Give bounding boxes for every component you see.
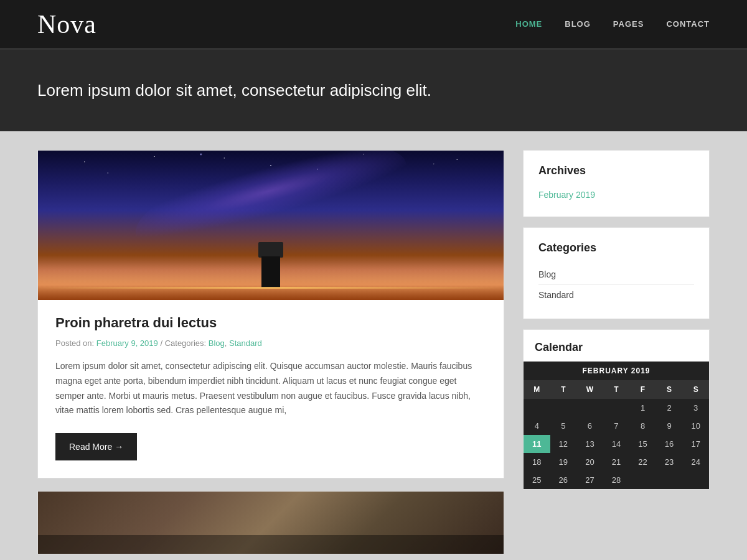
- calendar-cell[interactable]: 27: [576, 471, 603, 489]
- cal-header-s2: S: [682, 380, 709, 399]
- calendar-cell: [524, 399, 550, 417]
- nav-pages[interactable]: PAGES: [613, 19, 644, 29]
- archives-title: Archives: [538, 164, 694, 177]
- category-standard: Standard: [538, 285, 694, 305]
- nav-blog[interactable]: BLOG: [565, 19, 591, 29]
- post-title: Proin pharetra dui lectus: [55, 315, 486, 331]
- site-logo: Nova: [37, 9, 96, 39]
- calendar-row: 123: [524, 399, 709, 417]
- cal-header-t2: T: [603, 380, 630, 399]
- calendar-cell[interactable]: 12: [550, 435, 577, 453]
- calendar-body: 1234567891011121314151617181920212223242…: [524, 399, 709, 489]
- calendar-cell[interactable]: 28: [603, 471, 630, 489]
- calendar-cell: [603, 399, 630, 417]
- calendar-cell[interactable]: 20: [576, 453, 603, 471]
- read-more-button[interactable]: Read More →: [55, 433, 137, 460]
- calendar-cell[interactable]: 7: [603, 417, 630, 435]
- calendar-cell[interactable]: 9: [656, 417, 683, 435]
- main-container: Proin pharetra dui lectus Posted on: Feb…: [0, 131, 747, 560]
- calendar-row: 11121314151617: [524, 435, 709, 453]
- calendar-table: M T W T F S S 12345678910111213141516171…: [524, 380, 709, 489]
- tower-silhouette: [252, 238, 289, 287]
- hero-section: Lorem ipsum dolor sit amet, consectetur …: [0, 50, 747, 131]
- post-category-standard[interactable]: Standard: [229, 338, 262, 348]
- calendar-cell: [682, 471, 709, 489]
- calendar-cell[interactable]: 13: [576, 435, 603, 453]
- archives-widget: Archives February 2019: [523, 150, 710, 217]
- calendar-cell: [629, 471, 656, 489]
- cal-header-t1: T: [550, 380, 577, 399]
- calendar-cell[interactable]: 22: [629, 453, 656, 471]
- calendar-cell[interactable]: 17: [682, 435, 709, 453]
- calendar-cell[interactable]: 24: [682, 453, 709, 471]
- categories-widget: Categories Blog Standard: [523, 227, 710, 319]
- calendar-title: Calendar: [535, 341, 698, 354]
- post-category-blog[interactable]: Blog: [209, 338, 225, 348]
- cal-header-f: F: [629, 380, 656, 399]
- calendar-row: 45678910: [524, 417, 709, 435]
- calendar-cell: [656, 471, 683, 489]
- archives-feb-2019[interactable]: February 2019: [538, 187, 694, 203]
- cal-header-m: M: [524, 380, 550, 399]
- main-nav: HOME BLOG PAGES CONTACT: [515, 19, 710, 29]
- post-card-1: Proin pharetra dui lectus Posted on: Feb…: [37, 150, 504, 478]
- cal-header-s1: S: [656, 380, 683, 399]
- post-image-1: [38, 151, 504, 300]
- calendar-row: 25262728: [524, 471, 709, 489]
- categories-title: Categories: [538, 241, 694, 254]
- site-header: Nova HOME BLOG PAGES CONTACT: [0, 0, 747, 50]
- calendar-row: 18192021222324: [524, 453, 709, 471]
- hero-tagline: Lorem ipsum dolor sit amet, consectetur …: [37, 81, 710, 100]
- post-body: Proin pharetra dui lectus Posted on: Feb…: [38, 300, 504, 478]
- tower-body: [261, 256, 280, 287]
- nav-home[interactable]: HOME: [515, 19, 542, 29]
- calendar-cell[interactable]: 4: [524, 417, 550, 435]
- tower-top: [258, 242, 283, 258]
- sidebar: Archives February 2019 Categories Blog S…: [523, 150, 710, 554]
- calendar-cell[interactable]: 5: [550, 417, 577, 435]
- post-image-2: [38, 492, 504, 554]
- calendar-cell[interactable]: 23: [656, 453, 683, 471]
- calendar-cell[interactable]: 16: [656, 435, 683, 453]
- content-area: Proin pharetra dui lectus Posted on: Feb…: [37, 150, 504, 554]
- calendar-cell[interactable]: 2: [656, 399, 683, 417]
- category-blog: Blog: [538, 264, 694, 285]
- cal-header-w: W: [576, 380, 603, 399]
- calendar-cell[interactable]: 6: [576, 417, 603, 435]
- calendar-cell[interactable]: 26: [550, 471, 577, 489]
- calendar-header-row: M T W T F S S: [524, 380, 709, 399]
- calendar-cell: [550, 399, 577, 417]
- calendar-cell[interactable]: 1: [629, 399, 656, 417]
- calendar-cell[interactable]: 21: [603, 453, 630, 471]
- calendar-month-label: FEBRUARY 2019: [524, 362, 709, 380]
- post-card-2: [37, 491, 504, 554]
- calendar-cell: [576, 399, 603, 417]
- cat-separator: ,: [225, 338, 229, 348]
- calendar-widget: Calendar FEBRUARY 2019 M T W T F S S 12: [523, 329, 710, 490]
- calendar-cell[interactable]: 19: [550, 453, 577, 471]
- post-excerpt: Lorem ipsum dolor sit amet, consectetur …: [55, 359, 486, 418]
- nav-contact[interactable]: CONTACT: [666, 19, 710, 29]
- calendar-cell[interactable]: 8: [629, 417, 656, 435]
- calendar-cell[interactable]: 15: [629, 435, 656, 453]
- calendar-cell[interactable]: 18: [524, 453, 550, 471]
- post-date[interactable]: February 9, 2019: [96, 338, 158, 348]
- post-meta: Posted on: February 9, 2019 / Categories…: [55, 338, 486, 348]
- calendar-cell[interactable]: 10: [682, 417, 709, 435]
- calendar-cell[interactable]: 3: [682, 399, 709, 417]
- lights-row: [38, 287, 504, 289]
- calendar-cell[interactable]: 14: [603, 435, 630, 453]
- categories-prefix: / Categories:: [160, 338, 206, 348]
- calendar-cell[interactable]: 11: [524, 435, 550, 453]
- calendar-cell[interactable]: 25: [524, 471, 550, 489]
- posted-on-label: Posted on:: [55, 338, 94, 348]
